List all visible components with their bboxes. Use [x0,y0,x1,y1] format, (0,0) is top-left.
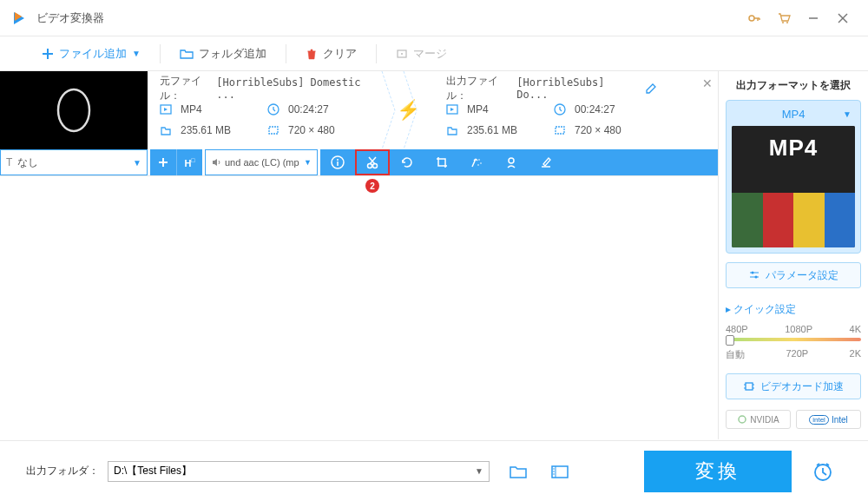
source-size: 235.61 MB [181,124,267,136]
intel-badge[interactable]: intelIntel [796,410,861,429]
chevron-down-icon: ▼ [843,109,852,119]
size-icon [446,124,462,136]
chevron-down-icon: ▼ [304,158,312,167]
subtitle-value: なし [17,155,38,170]
subtitle-select[interactable]: T なし ▼ [0,149,148,175]
format-value: MP4 [782,108,806,121]
convert-label: 変換 [695,458,740,485]
output-path-value: D:\【Test Files】 [114,464,192,478]
clock-icon [554,103,569,115]
source-label: 元ファイル： [160,74,216,103]
output-resolution: 720 × 480 [575,124,621,136]
titlebar: ビデオ変換器 [0,0,868,36]
convert-button[interactable]: 変換 [644,451,792,492]
format-badge: MP4 [732,126,855,193]
format-select[interactable]: MP4 ▼ [732,106,855,122]
edit-name-button[interactable] [645,83,656,95]
rotate-button[interactable] [390,149,424,175]
clear-button[interactable]: クリア [295,36,367,70]
action-bar: T なし ▼ H□ und aac (LC) (mp ▼ 2 [0,149,718,175]
output-path-select[interactable]: D:\【Test Files】 ▼ [108,461,490,482]
parameter-settings-button[interactable]: パラメータ設定 [726,262,861,288]
close-button[interactable] [828,5,858,31]
gpu-badges: NVIDIA intelIntel [726,410,861,429]
add-file-label: ファイル追加 [59,46,127,62]
size-icon [160,124,175,136]
conversion-arrow: ⚡ [382,71,434,149]
quality-labels-top: 480P 1080P 4K [726,324,861,334]
text-icon: T [6,156,12,168]
source-name: [HorribleSubs] Domestic ... [216,76,370,101]
gpu-accel-button[interactable]: ビデオカード加速 [726,373,861,399]
key-icon[interactable] [740,5,769,31]
browse-folder-button[interactable] [505,458,531,485]
video-thumbnail[interactable] [0,71,148,149]
chevron-down-icon[interactable]: ▼ [132,49,141,58]
output-name: [HorribleSubs] Do... [516,76,638,101]
output-label: 出力ファイル： [446,74,516,103]
clock-icon [267,103,283,115]
info-button[interactable] [320,149,355,175]
app-logo [10,10,28,27]
format-icon [446,103,462,115]
sidebar-title: 出力フォーマットを選択 [726,78,861,93]
minimize-button[interactable] [799,5,828,31]
file-info: ✕ 元ファイル：[HorribleSubs] Domestic ... MP4 … [148,71,718,149]
trash-icon [306,48,318,60]
svg-point-35 [755,276,758,279]
svg-rect-42 [552,466,568,478]
file-row: ✕ 元ファイル：[HorribleSubs] Domestic ... MP4 … [0,71,718,176]
q-4k: 4K [850,324,861,334]
format-preview: MP4 [732,126,855,247]
source-duration: 00:24:27 [288,103,329,115]
callout-badge: 2 [365,179,379,193]
open-folder-button[interactable] [547,458,573,485]
resolution-icon [554,124,569,136]
toolbar: ファイル追加 ▼ フォルダ追加 クリア マージ [0,36,868,71]
merge-label: マージ [413,46,447,62]
add-file-button[interactable]: ファイル追加 ▼ [31,36,151,70]
heading-button[interactable]: H□ [176,149,202,175]
quality-slider[interactable] [726,338,861,341]
svg-point-44 [553,468,555,470]
cut-button[interactable]: 2 [355,149,390,175]
q-2k: 2K [850,348,861,361]
svg-rect-17 [556,127,564,134]
q-720p: 720P [786,348,808,361]
effects-button[interactable] [459,149,494,175]
merge-button[interactable]: マージ [385,36,457,70]
sliders-icon [748,270,760,280]
chevron-down-icon: ▼ [133,158,141,168]
format-icon [160,103,175,115]
q-auto: 自動 [726,348,745,361]
edit-tools-strip: 2 [320,149,718,175]
audio-value: und aac (LC) (mp [225,157,299,168]
output-folder-label: 出力フォルダ： [26,464,99,478]
resolution-icon [267,124,283,136]
cart-icon[interactable] [769,5,799,31]
footer: 出力フォルダ： D:\【Test Files】 ▼ 変換 [0,440,868,501]
content: ✕ 元ファイル：[HorribleSubs] Domestic ... MP4 … [0,71,868,439]
svg-point-24 [373,164,378,168]
output-size: 235.61 MB [467,124,554,136]
audio-select[interactable]: und aac (LC) (mp ▼ [205,149,318,175]
q-480p: 480P [726,324,748,334]
chip-icon [743,380,755,392]
add-subtitle-button[interactable] [150,149,176,175]
output-info: 出力ファイル：[HorribleSubs] Do... MP4 00:24:27… [434,71,668,149]
app-title: ビデオ変換器 [36,10,740,26]
crop-button[interactable] [424,149,459,175]
nvidia-badge[interactable]: NVIDIA [726,410,791,429]
add-folder-label: フォルダ追加 [199,46,266,62]
watermark-button[interactable] [494,149,529,175]
add-folder-button[interactable]: フォルダ追加 [169,36,277,70]
svg-point-1 [782,22,784,23]
remove-file-button[interactable]: ✕ [702,76,713,90]
quality-labels-bottom: 自動 720P 2K [726,348,861,361]
divider [376,44,377,63]
schedule-button[interactable] [804,452,842,491]
svg-point-21 [337,159,339,161]
subtitle-edit-button[interactable] [529,149,563,175]
file-top: ✕ 元ファイル：[HorribleSubs] Domestic ... MP4 … [0,71,718,149]
merge-icon [396,48,408,60]
